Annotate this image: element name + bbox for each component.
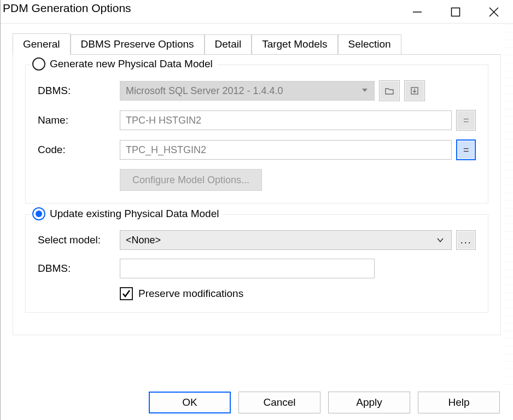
tab-label: General <box>23 38 60 50</box>
dbms-import-button[interactable] <box>404 80 425 101</box>
decorative-right-strip <box>503 24 513 387</box>
window-controls <box>398 2 513 22</box>
chevron-down-icon <box>361 85 369 97</box>
row-select-model: Select model: <None> ... <box>38 230 476 250</box>
equals-icon: = <box>463 115 469 126</box>
configure-model-options-button[interactable]: Configure Model Options... <box>120 169 262 191</box>
radio-generate-new[interactable] <box>32 57 45 71</box>
select-model-combo[interactable]: <None> <box>120 230 452 250</box>
cancel-label: Cancel <box>263 396 295 409</box>
tab-general[interactable]: General <box>13 33 71 55</box>
help-button[interactable]: Help <box>418 392 500 413</box>
row-update-dbms: DBMS: <box>38 259 476 278</box>
ellipsis-icon: ... <box>460 235 472 246</box>
group-update-existing: Update existing Physical Data Model Sele… <box>25 214 488 313</box>
group-generate-legend-text: Generate new Physical Data Model <box>50 58 213 70</box>
select-model-browse-button[interactable]: ... <box>456 230 476 250</box>
tabstrip: General DBMS Preserve Options Detail Tar… <box>1 33 513 55</box>
import-icon <box>410 86 419 96</box>
update-dbms-value <box>120 259 375 278</box>
update-dbms-label: DBMS: <box>38 262 120 275</box>
name-input-value: TPC-H HSTGIN2 <box>126 115 201 126</box>
apply-label: Apply <box>356 396 382 409</box>
dbms-combo[interactable]: Microsoft SQL Server 2012 - 1.4.4.0 <box>120 81 375 101</box>
maximize-icon <box>450 7 461 18</box>
row-preserve-mods: Preserve modifications <box>120 287 476 300</box>
dbms-label: DBMS: <box>38 85 120 97</box>
dialog-buttons: OK Cancel Apply Help <box>1 392 513 413</box>
code-input-value: TPC_H_HSTGIN2 <box>126 144 206 156</box>
ok-label: OK <box>182 396 197 409</box>
cancel-button[interactable]: Cancel <box>238 392 320 413</box>
tab-target-models[interactable]: Target Models <box>252 34 337 55</box>
tab-selection[interactable]: Selection <box>338 34 401 55</box>
row-name: Name: TPC-H HSTGIN2 = <box>38 110 476 131</box>
preserve-modifications-label: Preserve modifications <box>138 288 243 300</box>
name-sync-button[interactable]: = <box>456 110 476 131</box>
tab-label: Target Models <box>262 38 327 50</box>
group-generate-legend[interactable]: Generate new Physical Data Model <box>31 57 217 71</box>
group-update-legend-text: Update existing Physical Data Model <box>50 208 219 220</box>
row-code: Code: TPC_H_HSTGIN2 = <box>38 139 476 160</box>
close-button[interactable] <box>475 2 513 22</box>
tab-label: Selection <box>348 38 391 50</box>
group-generate-new: Generate new Physical Data Model DBMS: M… <box>25 65 488 203</box>
folder-icon <box>384 86 394 96</box>
tab-label: Detail <box>215 38 242 50</box>
apply-button[interactable]: Apply <box>328 392 410 413</box>
checkmark-icon <box>121 289 131 299</box>
name-input[interactable]: TPC-H HSTGIN2 <box>120 110 452 130</box>
maximize-button[interactable] <box>436 2 475 22</box>
window-title: PDM Generation Options <box>3 2 131 15</box>
dbms-folder-button[interactable] <box>379 80 400 101</box>
dbms-combo-value: Microsoft SQL Server 2012 - 1.4.4.0 <box>126 85 283 97</box>
code-input[interactable]: TPC_H_HSTGIN2 <box>120 140 452 160</box>
svg-rect-1 <box>452 8 460 16</box>
close-icon <box>488 6 500 18</box>
row-configure: Configure Model Options... <box>38 169 476 191</box>
chevron-down-icon <box>433 231 448 249</box>
equals-icon: = <box>463 144 469 156</box>
tab-detail[interactable]: Detail <box>205 34 252 55</box>
help-label: Help <box>448 396 469 409</box>
configure-model-options-label: Configure Model Options... <box>132 174 249 186</box>
minimize-button[interactable] <box>398 2 436 22</box>
preserve-modifications-checkbox[interactable] <box>120 287 133 300</box>
titlebar: PDM Generation Options <box>1 0 513 24</box>
tab-dbms-preserve-options[interactable]: DBMS Preserve Options <box>71 34 205 55</box>
radio-update-existing[interactable] <box>32 207 45 220</box>
minimize-icon <box>412 7 423 18</box>
code-label: Code: <box>38 144 120 156</box>
row-dbms: DBMS: Microsoft SQL Server 2012 - 1.4.4.… <box>38 80 476 101</box>
tab-label: DBMS Preserve Options <box>81 38 194 50</box>
tab-content-general: Generate new Physical Data Model DBMS: M… <box>13 54 501 335</box>
code-sync-button[interactable]: = <box>456 139 476 160</box>
group-update-legend[interactable]: Update existing Physical Data Model <box>31 207 223 220</box>
select-model-value: <None> <box>126 235 161 246</box>
select-model-label: Select model: <box>38 234 120 246</box>
name-label: Name: <box>38 114 120 126</box>
ok-button[interactable]: OK <box>149 392 231 413</box>
